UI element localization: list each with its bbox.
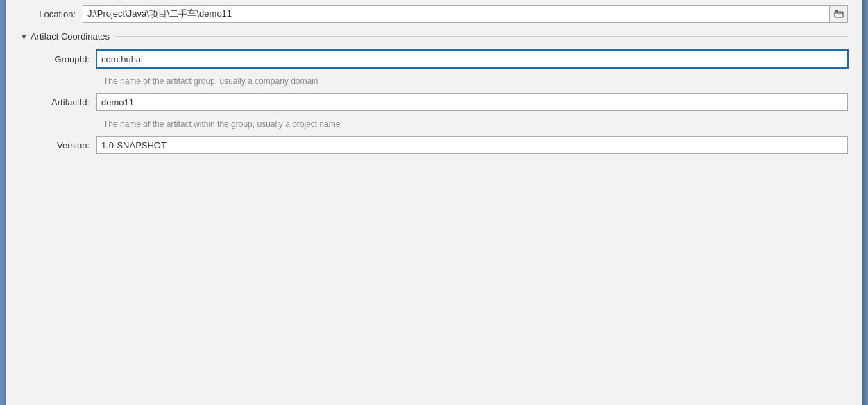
artifact-coordinates-section-header: ▼ Artifact Coordinates (20, 31, 848, 42)
location-input[interactable] (83, 5, 830, 23)
artifactid-hint: The name of the artifact within the grou… (103, 119, 848, 129)
version-label: Version: (34, 140, 96, 150)
artifactid-label: ArtifactId: (34, 97, 96, 107)
artifactid-row: ArtifactId: (34, 93, 848, 111)
dialog-wrapper: N New Project ✕ (6, 0, 862, 405)
browse-button[interactable] (830, 5, 848, 23)
groupid-label: GroupId: (34, 54, 96, 64)
svg-rect-2 (835, 12, 843, 17)
section-divider (115, 36, 848, 37)
location-row: Location: (20, 5, 848, 23)
artifact-coordinates-body: GroupId: The name of the artifact group,… (20, 50, 848, 154)
svg-rect-3 (835, 10, 838, 12)
groupid-hint: The name of the artifact group, usually … (103, 76, 848, 86)
version-row: Version: (34, 136, 848, 154)
groupid-row: GroupId: (34, 50, 848, 68)
groupid-input[interactable] (96, 50, 848, 68)
dialog-content: Name: Location: (6, 0, 862, 405)
section-title: Artifact Coordinates (31, 31, 110, 42)
artifactid-input[interactable] (96, 93, 848, 111)
section-toggle[interactable]: ▼ (20, 33, 28, 41)
location-field-group (83, 5, 848, 23)
version-input[interactable] (96, 136, 848, 154)
main-empty-area (20, 162, 848, 405)
location-label: Location: (20, 9, 83, 19)
new-project-dialog: N New Project ✕ (6, 0, 862, 405)
